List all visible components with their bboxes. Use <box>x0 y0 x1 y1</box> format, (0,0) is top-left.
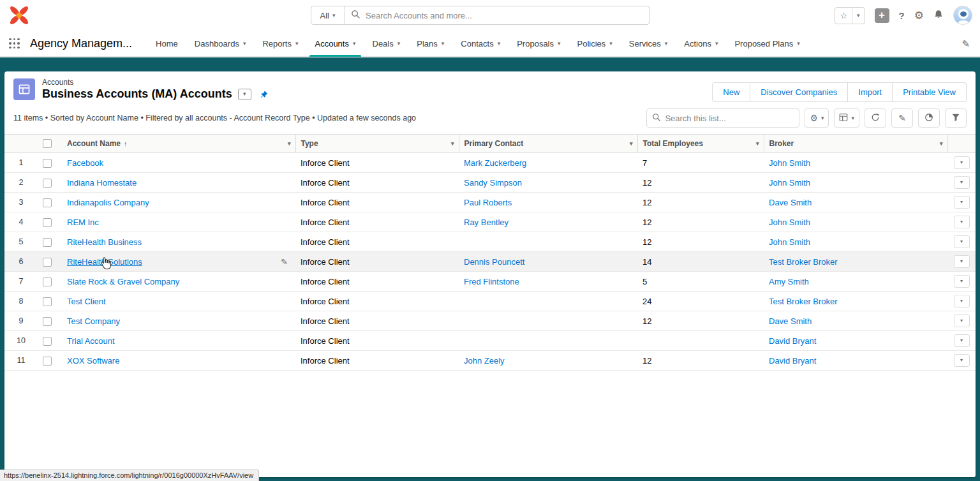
discover-companies-button[interactable]: Discover Companies <box>750 82 848 102</box>
col-type[interactable]: Type <box>295 135 459 153</box>
row-checkbox[interactable] <box>43 258 52 267</box>
account-name-link[interactable]: REM Inc <box>67 218 99 227</box>
row-actions-button[interactable] <box>954 235 970 248</box>
account-name-link[interactable]: Facebook <box>67 158 103 168</box>
nav-tab-accounts[interactable]: Accounts <box>306 31 364 56</box>
setup-gear-icon[interactable] <box>914 10 924 21</box>
nav-tab-home[interactable]: Home <box>147 31 186 56</box>
inline-edit-button[interactable] <box>891 108 913 128</box>
row-actions-button[interactable] <box>954 295 970 307</box>
primary-contact-link[interactable]: Sandy Simpson <box>464 178 522 188</box>
charts-button[interactable] <box>918 108 940 128</box>
chevron-down-icon[interactable] <box>940 141 943 147</box>
col-total-employees[interactable]: Total Employees <box>637 135 764 153</box>
favorites-menu-button[interactable] <box>852 8 865 24</box>
row-checkbox[interactable] <box>43 218 52 227</box>
notifications-bell-icon[interactable] <box>933 10 944 22</box>
chevron-down-icon <box>353 41 356 47</box>
account-name-link[interactable]: Indianapolis Company <box>67 198 149 207</box>
account-name-link[interactable]: Indiana Homestate <box>67 178 137 188</box>
list-settings-button[interactable] <box>805 108 829 128</box>
row-checkbox[interactable] <box>43 238 52 247</box>
list-search-input[interactable] <box>665 114 794 123</box>
chevron-down-icon[interactable] <box>756 141 759 147</box>
import-button[interactable]: Import <box>848 82 893 102</box>
app-launcher-icon[interactable] <box>9 38 20 49</box>
nav-tab-policies[interactable]: Policies <box>569 31 621 56</box>
broker-link[interactable]: Amy Smith <box>769 277 809 286</box>
filter-button[interactable] <box>945 108 967 128</box>
row-actions-button[interactable] <box>954 196 970 209</box>
row-actions-button[interactable] <box>954 314 970 327</box>
pin-icon[interactable] <box>260 90 269 99</box>
nav-edit-pencil-icon[interactable] <box>961 38 970 50</box>
display-as-button[interactable] <box>834 108 859 128</box>
account-name-link[interactable]: XOX Software <box>67 356 119 366</box>
nav-tab-proposed-plans[interactable]: Proposed Plans <box>726 31 808 56</box>
nav-tab-dashboards[interactable]: Dashboards <box>186 31 255 56</box>
help-icon[interactable] <box>899 10 905 21</box>
broker-link[interactable]: John Smith <box>769 237 810 247</box>
primary-contact-link[interactable]: Ray Bentley <box>464 218 509 227</box>
broker-link[interactable]: John Smith <box>769 218 810 227</box>
row-checkbox[interactable] <box>43 198 52 207</box>
chevron-down-icon[interactable] <box>630 141 633 147</box>
primary-contact-link[interactable]: Fred Flintstone <box>464 277 519 286</box>
account-name-link[interactable]: RiteHealth Business <box>67 237 142 247</box>
col-account-name[interactable]: Account Name <box>62 135 295 153</box>
select-all-checkbox[interactable] <box>43 139 52 148</box>
chevron-down-icon[interactable] <box>288 141 291 147</box>
nav-tab-plans[interactable]: Plans <box>408 31 452 56</box>
nav-tab-contacts[interactable]: Contacts <box>452 31 509 56</box>
row-actions-button[interactable] <box>954 255 970 268</box>
row-checkbox[interactable] <box>43 317 52 326</box>
broker-link[interactable]: John Smith <box>769 158 810 168</box>
refresh-button[interactable] <box>865 108 886 128</box>
row-actions-button[interactable] <box>954 354 970 367</box>
row-checkbox[interactable] <box>43 337 52 346</box>
primary-contact-link[interactable]: Mark Zuckerberg <box>464 158 526 168</box>
row-checkbox[interactable] <box>43 297 52 306</box>
search-scope-selector[interactable]: All <box>311 6 345 24</box>
col-primary-contact[interactable]: Primary Contact <box>459 135 637 153</box>
broker-link[interactable]: Dave Smith <box>769 198 812 207</box>
row-checkbox[interactable] <box>43 159 52 168</box>
broker-link[interactable]: David Bryant <box>769 356 816 366</box>
nav-tab-reports[interactable]: Reports <box>254 31 306 56</box>
row-checkbox[interactable] <box>43 179 52 188</box>
account-name-link[interactable]: RiteHealth Solutions <box>67 257 142 267</box>
account-name-link[interactable]: Test Company <box>67 316 120 326</box>
row-checkbox[interactable] <box>43 357 52 366</box>
list-view-selector-button[interactable] <box>238 89 251 100</box>
account-name-link[interactable]: Trial Account <box>67 336 115 346</box>
broker-link[interactable]: Test Broker Broker <box>769 257 838 267</box>
broker-link[interactable]: John Smith <box>769 178 810 188</box>
row-actions-button[interactable] <box>954 156 970 169</box>
row-checkbox[interactable] <box>43 278 52 286</box>
printable-view-button[interactable]: Printable View <box>893 82 967 102</box>
row-actions-button[interactable] <box>954 216 970 228</box>
account-name-link[interactable]: Test Client <box>67 297 106 306</box>
col-broker[interactable]: Broker <box>764 135 947 153</box>
global-add-icon[interactable]: + <box>875 8 889 23</box>
nav-tab-proposals[interactable]: Proposals <box>509 31 568 56</box>
broker-link[interactable]: Test Broker Broker <box>769 297 838 306</box>
nav-tab-services[interactable]: Services <box>621 31 676 56</box>
new-button[interactable]: New <box>712 82 750 102</box>
nav-tab-deals[interactable]: Deals <box>364 31 409 56</box>
account-name-link[interactable]: Slate Rock & Gravel Company <box>67 277 179 286</box>
row-actions-button[interactable] <box>954 176 970 189</box>
global-search-input[interactable] <box>360 11 649 20</box>
broker-link[interactable]: Dave Smith <box>769 316 812 326</box>
primary-contact-link[interactable]: John Zeely <box>464 356 505 366</box>
broker-link[interactable]: David Bryant <box>769 336 816 346</box>
row-actions-button[interactable] <box>954 275 970 288</box>
edit-pencil-icon[interactable] <box>281 257 288 267</box>
favorites-star-icon[interactable] <box>835 8 852 24</box>
primary-contact-link[interactable]: Paul Roberts <box>464 198 512 207</box>
user-avatar[interactable] <box>953 6 972 25</box>
primary-contact-link[interactable]: Dennis Pouncett <box>464 257 524 267</box>
chevron-down-icon[interactable] <box>451 141 454 147</box>
nav-tab-actions[interactable]: Actions <box>676 31 726 56</box>
row-actions-button[interactable] <box>954 334 970 347</box>
